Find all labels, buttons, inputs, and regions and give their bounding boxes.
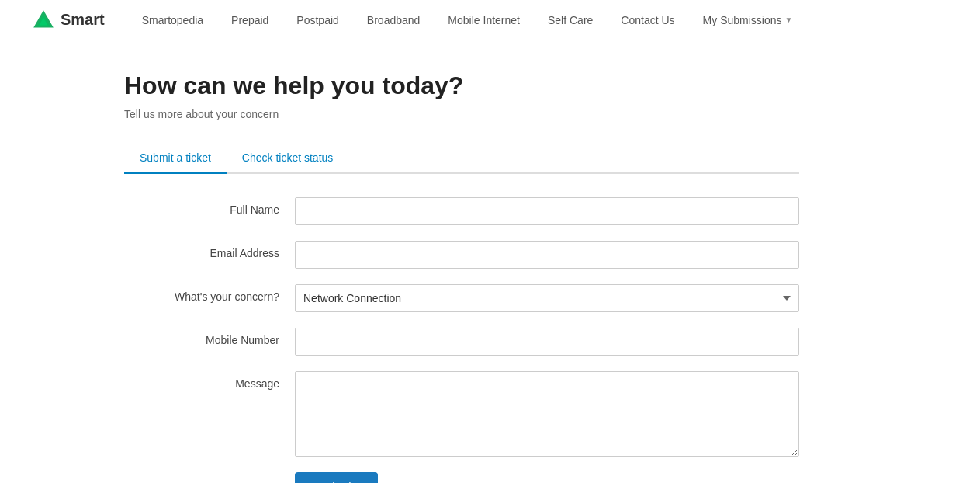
email-label: Email Address [124, 241, 295, 259]
nav-item-broadband[interactable]: Broadband [353, 0, 435, 40]
header: Smart Smartopedia Prepaid Postpaid Broad… [0, 0, 980, 40]
submit-button[interactable]: Submit [295, 472, 378, 483]
tab-submit-ticket[interactable]: Submit a ticket [124, 144, 227, 174]
ticket-form: Full Name Email Address What's your conc… [124, 197, 799, 483]
full-name-row: Full Name [124, 197, 799, 225]
page-title: How can we help you today? [124, 71, 856, 100]
concern-select[interactable]: Network Connection Billing Account Devic… [295, 284, 799, 312]
logo-text: Smart [61, 11, 105, 29]
nav-item-prepaid[interactable]: Prepaid [217, 0, 282, 40]
message-label: Message [124, 371, 295, 390]
nav-item-self-care[interactable]: Self Care [534, 0, 607, 40]
logo[interactable]: Smart [31, 8, 105, 33]
main-content: How can we help you today? Tell us more … [0, 40, 980, 483]
tabs-container: Submit a ticket Check ticket status [124, 144, 799, 174]
email-row: Email Address [124, 241, 799, 269]
mobile-row: Mobile Number [124, 328, 799, 356]
nav-item-my-submissions[interactable]: My Submissions ▼ [689, 0, 807, 40]
mobile-label: Mobile Number [124, 328, 295, 346]
nav-item-mobile-internet[interactable]: Mobile Internet [434, 0, 534, 40]
nav-item-smartopedia[interactable]: Smartopedia [128, 0, 217, 40]
submit-row: Submit [295, 472, 799, 483]
message-row: Message [124, 371, 799, 457]
concern-row: What's your concern? Network Connection … [124, 284, 799, 312]
my-submissions-label: My Submissions [703, 14, 782, 26]
chevron-down-icon: ▼ [785, 16, 793, 24]
nav-item-postpaid[interactable]: Postpaid [282, 0, 352, 40]
smart-logo-icon [31, 8, 56, 33]
message-textarea[interactable] [295, 371, 799, 457]
email-input[interactable] [295, 241, 799, 269]
nav-item-contact-us[interactable]: Contact Us [607, 0, 688, 40]
concern-label: What's your concern? [124, 284, 295, 303]
full-name-input[interactable] [295, 197, 799, 225]
main-nav: Smartopedia Prepaid Postpaid Broadband M… [128, 0, 949, 40]
mobile-input[interactable] [295, 328, 799, 356]
tab-check-status[interactable]: Check ticket status [227, 144, 349, 174]
full-name-label: Full Name [124, 197, 295, 216]
page-subtitle: Tell us more about your concern [124, 108, 856, 120]
